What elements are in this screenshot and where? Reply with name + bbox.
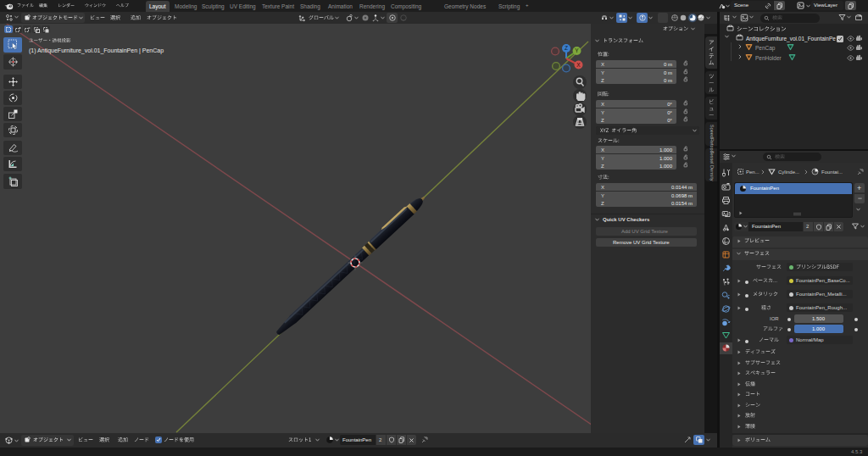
svg-text:X: X (576, 62, 581, 68)
svg-text:Z: Z (565, 45, 568, 51)
svg-text:Y: Y (575, 47, 579, 53)
